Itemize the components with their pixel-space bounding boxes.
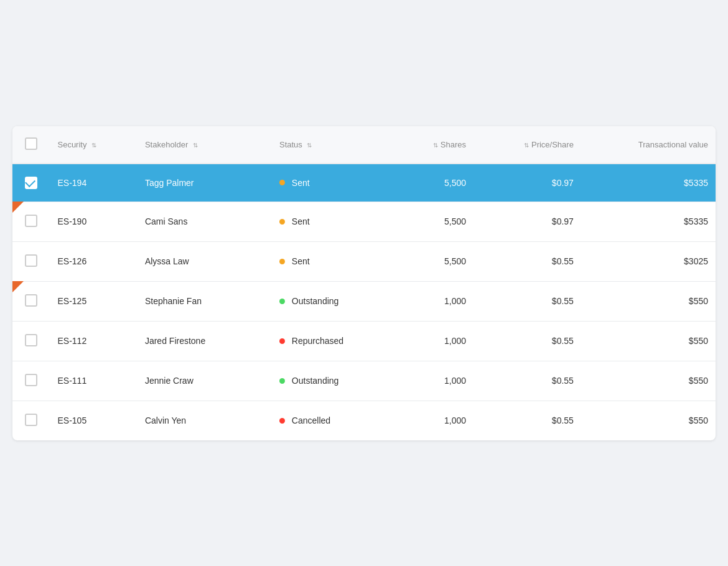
status-label: Cancelled — [292, 415, 330, 425]
status-dot-icon — [279, 378, 285, 384]
row-shares: 1,000 — [380, 321, 474, 361]
row-price: $0.55 — [474, 361, 581, 401]
status-label: Repurchased — [292, 336, 343, 346]
row-security-id: ES-112 — [50, 321, 137, 361]
row-transactional-value: $550 — [581, 281, 716, 321]
header-tv: Transactional value — [581, 126, 716, 164]
row-shares: 1,000 — [380, 281, 474, 321]
header-security[interactable]: Security ⇅ — [50, 126, 137, 164]
row-checkbox[interactable] — [25, 254, 37, 267]
table-row[interactable]: ES-194 Tagg Palmer Sent 5,500 $0.97 $533… — [12, 164, 716, 202]
row-checkbox-cell — [12, 241, 50, 281]
security-sort-icon: ⇅ — [91, 142, 96, 149]
row-security-id: ES-111 — [50, 361, 137, 401]
row-checkbox[interactable] — [25, 177, 37, 189]
status-sort-icon: ⇅ — [307, 142, 312, 149]
row-stakeholder: Calvin Yen — [138, 401, 272, 440]
status-label: Sent — [292, 216, 310, 226]
row-status: Sent — [272, 241, 380, 281]
row-security-id: ES-105 — [50, 401, 137, 440]
status-dot-icon — [279, 418, 285, 424]
status-label: Sent — [292, 178, 310, 188]
row-price: $0.97 — [474, 164, 581, 202]
status-label: Sent — [292, 256, 310, 266]
status-label: Outstanding — [292, 376, 339, 386]
table-row[interactable]: ES-190 Cami Sans Sent 5,500 $0.97 $5335 — [12, 202, 716, 241]
header-price[interactable]: ⇅ Price/Share — [474, 126, 581, 164]
table-row[interactable]: ES-112 Jared Firestone Repurchased 1,000… — [12, 321, 716, 361]
row-price: $0.97 — [474, 202, 581, 241]
row-checkbox-cell — [12, 281, 50, 321]
row-transactional-value: $3025 — [581, 241, 716, 281]
row-transactional-value: $5335 — [581, 164, 716, 202]
row-status: Repurchased — [272, 321, 380, 361]
row-shares: 5,500 — [380, 202, 474, 241]
row-flag-icon — [12, 281, 24, 292]
row-shares: 1,000 — [380, 401, 474, 440]
row-shares: 1,000 — [380, 361, 474, 401]
row-transactional-value: $550 — [581, 321, 716, 361]
status-dot-icon — [279, 219, 285, 225]
row-transactional-value: $550 — [581, 401, 716, 440]
row-security-id: ES-126 — [50, 241, 137, 281]
row-checkbox[interactable] — [25, 334, 37, 346]
status-dot-icon — [279, 299, 285, 304]
price-sort-icon-left: ⇅ — [524, 142, 529, 149]
select-all-checkbox[interactable] — [25, 137, 37, 150]
status-dot-icon — [279, 180, 285, 185]
row-shares: 5,500 — [380, 164, 474, 202]
header-stakeholder[interactable]: Stakeholder ⇅ — [138, 126, 272, 164]
status-label: Outstanding — [292, 296, 339, 306]
row-checkbox[interactable] — [25, 414, 37, 426]
row-security-id: ES-194 — [50, 164, 137, 202]
row-stakeholder: Jared Firestone — [138, 321, 272, 361]
row-stakeholder: Alyssa Law — [138, 241, 272, 281]
row-checkbox[interactable] — [25, 374, 37, 386]
status-dot-icon — [279, 259, 285, 264]
row-checkbox-cell — [12, 164, 50, 202]
row-status: Sent — [272, 202, 380, 241]
row-transactional-value: $550 — [581, 361, 716, 401]
header-status[interactable]: Status ⇅ — [272, 126, 380, 164]
row-stakeholder: Stephanie Fan — [138, 281, 272, 321]
row-checkbox-cell — [12, 361, 50, 401]
table-row[interactable]: ES-111 Jennie Craw Outstanding 1,000 $0.… — [12, 361, 716, 401]
row-status: Outstanding — [272, 281, 380, 321]
stakeholder-sort-icon: ⇅ — [193, 142, 198, 149]
row-price: $0.55 — [474, 281, 581, 321]
row-checkbox-cell — [12, 321, 50, 361]
row-price: $0.55 — [474, 241, 581, 281]
shares-sort-icon-left: ⇅ — [433, 142, 438, 149]
table-header-row: Security ⇅ Stakeholder ⇅ Status ⇅ ⇅ Shar… — [12, 126, 716, 164]
row-status: Sent — [272, 164, 380, 202]
row-shares: 5,500 — [380, 241, 474, 281]
table-row[interactable]: ES-125 Stephanie Fan Outstanding 1,000 $… — [12, 281, 716, 321]
row-security-id: ES-190 — [50, 202, 137, 241]
row-security-id: ES-125 — [50, 281, 137, 321]
securities-table: Security ⇅ Stakeholder ⇅ Status ⇅ ⇅ Shar… — [12, 126, 716, 440]
status-dot-icon — [279, 338, 285, 344]
row-checkbox-cell — [12, 202, 50, 241]
row-status: Outstanding — [272, 361, 380, 401]
header-checkbox-col — [12, 126, 50, 164]
row-checkbox-cell — [12, 401, 50, 440]
row-stakeholder: Cami Sans — [138, 202, 272, 241]
row-price: $0.55 — [474, 321, 581, 361]
row-stakeholder: Tagg Palmer — [138, 164, 272, 202]
header-shares[interactable]: ⇅ Shares — [380, 126, 474, 164]
table-row[interactable]: ES-126 Alyssa Law Sent 5,500 $0.55 $3025 — [12, 241, 716, 281]
row-checkbox[interactable] — [25, 294, 37, 307]
table-row[interactable]: ES-105 Calvin Yen Cancelled 1,000 $0.55 … — [12, 401, 716, 440]
row-flag-icon — [12, 202, 24, 213]
row-stakeholder: Jennie Craw — [138, 361, 272, 401]
row-transactional-value: $5335 — [581, 202, 716, 241]
row-status: Cancelled — [272, 401, 380, 440]
row-price: $0.55 — [474, 401, 581, 440]
row-checkbox[interactable] — [25, 215, 37, 227]
